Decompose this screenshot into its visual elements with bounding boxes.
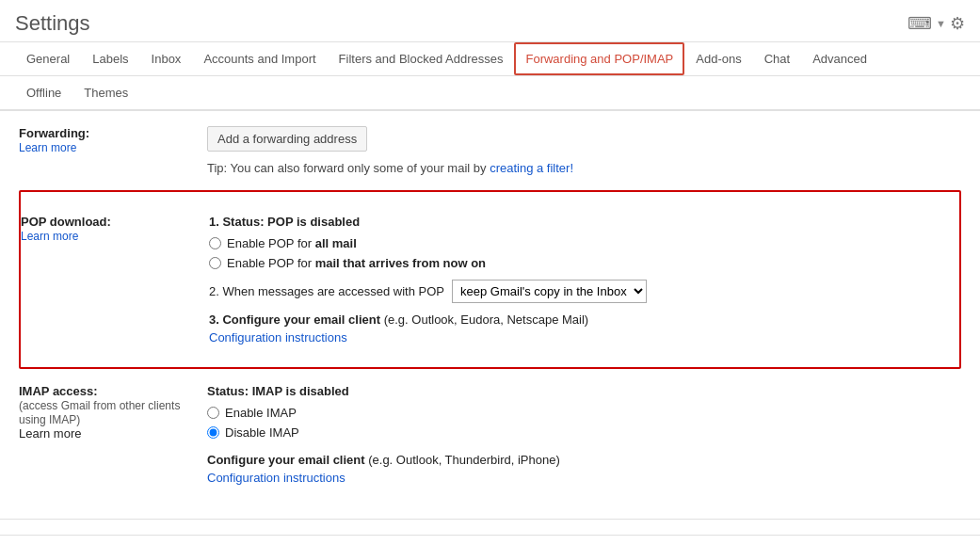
- page-title: Settings: [15, 11, 90, 36]
- forwarding-label: Forwarding:: [19, 126, 89, 140]
- pop-label-col: POP download: Learn more: [21, 203, 209, 356]
- pop-radio-row2: Enable POP for mail that arrives from no…: [209, 256, 948, 270]
- imap-disable-label: Disable IMAP: [225, 425, 299, 440]
- header-icons: ⌨ ▼ ⚙: [908, 13, 965, 34]
- dropdown-arrow-icon[interactable]: ▼: [936, 18, 946, 29]
- pop-radio-all[interactable]: [209, 237, 221, 249]
- pop-action-dropdown[interactable]: keep Gmail's copy in the Inbox mark Gmai…: [452, 280, 647, 303]
- forwarding-label-col: Forwarding: Learn more: [19, 126, 207, 175]
- nav-row1: General Labels Inbox Accounts and Import…: [0, 42, 980, 76]
- tab-offline[interactable]: Offline: [15, 76, 72, 109]
- tab-chat[interactable]: Chat: [753, 42, 801, 75]
- imap-radio-row1: Enable IMAP: [207, 406, 961, 420]
- tab-inbox[interactable]: Inbox: [140, 42, 193, 75]
- pop-content: 1. Status: POP is disabled Enable POP fo…: [209, 203, 959, 356]
- tab-filters[interactable]: Filters and Blocked Addresses: [328, 42, 515, 75]
- imap-enable-label: Enable IMAP: [225, 406, 297, 420]
- tab-advanced[interactable]: Advanced: [801, 42, 878, 75]
- pop-status: 1. Status: POP is disabled: [209, 215, 948, 229]
- tip-text-static: Tip: You can also forward only some of y…: [207, 161, 487, 175]
- imap-radio-enable[interactable]: [207, 407, 219, 419]
- imap-config-link[interactable]: Configuration instructions: [207, 471, 961, 485]
- imap-label-col: IMAP access: (access Gmail from other cl…: [19, 384, 207, 485]
- tab-labels[interactable]: Labels: [81, 42, 139, 75]
- imap-radio-row2: Disable IMAP: [207, 425, 961, 440]
- forwarding-section: Forwarding: Learn more Add a forwarding …: [19, 126, 961, 175]
- pop-radio1-label: Enable POP for all mail: [227, 236, 357, 250]
- footer-bar: Save Changes Cancel: [0, 535, 980, 545]
- imap-radio-disable[interactable]: [207, 426, 219, 439]
- pop-when-row: 2. When messages are accessed with POP k…: [209, 280, 948, 303]
- pop-label: POP download:: [21, 215, 111, 229]
- pop-configure-row: 3. Configure your email client (e.g. Out…: [209, 313, 948, 345]
- pop-status-text: 1. Status: POP is disabled: [209, 215, 360, 229]
- imap-sub-text: (access Gmail from other clients using I…: [19, 399, 180, 426]
- pop-learn-more[interactable]: Learn more: [21, 230, 78, 243]
- imap-configure-label: Configure your email client (e.g. Outloo…: [207, 453, 560, 467]
- pop-section: POP download: Learn more 1. Status: POP …: [19, 190, 961, 369]
- nav-row2: Offline Themes: [0, 76, 980, 111]
- forwarding-tip: Tip: You can also forward only some of y…: [207, 161, 961, 175]
- gear-icon[interactable]: ⚙: [950, 13, 965, 34]
- pop-when-label: 2. When messages are accessed with POP: [209, 284, 444, 298]
- imap-content: Status: IMAP is disabled Enable IMAP Dis…: [207, 384, 961, 485]
- forwarding-content: Add a forwarding address Tip: You can al…: [207, 126, 961, 175]
- settings-content: Forwarding: Learn more Add a forwarding …: [0, 111, 980, 515]
- imap-label: IMAP access:: [19, 384, 98, 398]
- imap-configure-row: Configure your email client (e.g. Outloo…: [207, 453, 961, 485]
- pop-radio2-label: Enable POP for mail that arrives from no…: [227, 256, 486, 270]
- keyboard-icon[interactable]: ⌨: [908, 13, 932, 34]
- add-forwarding-button[interactable]: Add a forwarding address: [207, 126, 367, 152]
- forwarding-learn-more[interactable]: Learn more: [19, 141, 76, 154]
- pop-config-link[interactable]: Configuration instructions: [209, 330, 948, 345]
- tab-general[interactable]: General: [15, 42, 81, 75]
- imap-status-text: Status: IMAP is disabled: [207, 384, 961, 398]
- footer-divider: [0, 519, 980, 520]
- pop-radio-from-now[interactable]: [209, 257, 221, 269]
- tab-accounts[interactable]: Accounts and Import: [192, 42, 327, 75]
- tab-addons[interactable]: Add-ons: [684, 42, 752, 75]
- tab-forwarding[interactable]: Forwarding and POP/IMAP: [514, 42, 684, 75]
- pop-configure-label: 3. Configure your email client (e.g. Out…: [209, 313, 588, 327]
- imap-learn-more[interactable]: Learn more: [19, 426, 81, 441]
- tab-themes[interactable]: Themes: [72, 76, 139, 109]
- creating-filter-link[interactable]: creating a filter!: [490, 161, 573, 175]
- header: Settings ⌨ ▼ ⚙: [0, 0, 980, 42]
- pop-radio-row1: Enable POP for all mail: [209, 236, 948, 250]
- imap-section: IMAP access: (access Gmail from other cl…: [19, 384, 961, 485]
